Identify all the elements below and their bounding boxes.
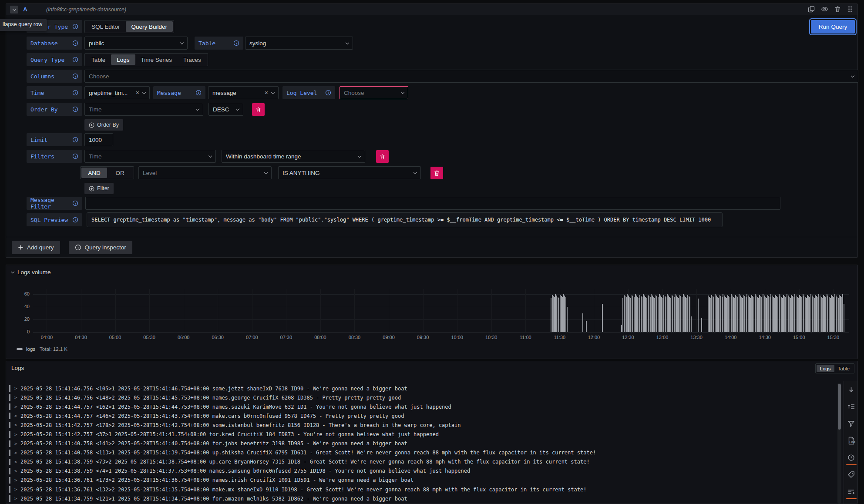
info-icon[interactable]: [72, 106, 78, 112]
log-file-icon[interactable]: LOG: [846, 436, 857, 446]
info-icon[interactable]: [72, 153, 78, 159]
volume-bar: [803, 294, 803, 332]
query-type-option-time-series[interactable]: Time Series: [135, 54, 178, 65]
logic-operator-and[interactable]: AND: [81, 168, 107, 178]
x-gridline: [115, 289, 116, 332]
query-ref-id[interactable]: A: [23, 6, 27, 13]
x-axis-tick-label: 09:00: [379, 335, 398, 340]
info-icon[interactable]: [72, 73, 78, 79]
info-icon[interactable]: [72, 24, 78, 30]
order-direction-select[interactable]: DESC: [208, 103, 243, 116]
x-gridline: [491, 289, 492, 332]
message-column-select[interactable]: message ×: [208, 86, 279, 99]
run-query-button[interactable]: Run Query: [811, 20, 855, 34]
time-column-select[interactable]: greptime_tim... ×: [84, 86, 150, 99]
log-row[interactable]: >2025-05-28 15:41:38.759 <73>2 2025-05-2…: [9, 457, 833, 467]
log-row[interactable]: >2025-05-28 15:41:44.757 <146>2 2025-05-…: [9, 411, 833, 420]
clear-icon[interactable]: ×: [136, 90, 139, 96]
database-select[interactable]: public: [84, 37, 188, 50]
remove-order-by-button[interactable]: [252, 103, 265, 116]
log-row[interactable]: >2025-05-28 15:41:42.757 <178>2 2025-05-…: [9, 420, 833, 430]
log-row[interactable]: >2025-05-28 15:41:44.757 <162>1 2025-05-…: [9, 402, 833, 411]
info-icon[interactable]: [72, 217, 78, 223]
drag-handle-icon[interactable]: [847, 6, 853, 13]
log-row[interactable]: >2025-05-28 15:41:46.756 <105>1 2025-05-…: [9, 384, 833, 393]
sql-preview-label: SQL Preview: [27, 213, 82, 226]
clock-icon[interactable]: [846, 453, 857, 463]
sub-filter-condition-select[interactable]: IS ANYTHING: [278, 166, 421, 179]
forward-logs-icon[interactable]: [846, 487, 857, 497]
editor-type-option-sql-editor[interactable]: SQL Editor: [86, 21, 126, 32]
expand-log-icon: >: [14, 386, 20, 391]
log-row[interactable]: >2025-05-28 15:41:34.759 <121>1 2025-05-…: [9, 494, 833, 503]
sub-filter-field-select[interactable]: Level: [138, 166, 272, 179]
expand-log-icon: >: [14, 413, 20, 419]
legend-item-logs[interactable]: logs Total: 12.1 K: [17, 346, 67, 352]
x-gridline: [354, 289, 355, 332]
info-icon[interactable]: [72, 40, 78, 46]
log-row[interactable]: >2025-05-28 15:41:38.759 <74>1 2025-05-2…: [9, 467, 833, 476]
logs-scrollbar-track[interactable]: [837, 383, 841, 504]
info-icon[interactable]: [72, 90, 78, 96]
query-inspector-button[interactable]: Query inspector: [69, 241, 132, 254]
columns-select[interactable]: Choose: [84, 70, 858, 83]
log-row[interactable]: >2025-05-28 15:41:46.756 <148>2 2025-05-…: [9, 393, 833, 402]
query-type-option-table[interactable]: Table: [86, 54, 111, 65]
info-icon[interactable]: [72, 137, 78, 143]
x-axis: 04:0004:3005:0005:3006:0006:3007:0007:30…: [33, 335, 849, 342]
expand-log-icon: >: [14, 459, 20, 465]
log-level-select[interactable]: Choose: [340, 86, 408, 99]
log-level-indicator: [9, 422, 10, 428]
logs-volume-header[interactable]: Logs volume: [11, 269, 51, 276]
log-row[interactable]: >2025-05-28 15:41:36.761 <173>2 2025-05-…: [9, 476, 833, 485]
limit-input[interactable]: 1000: [84, 133, 113, 146]
volume-bar: [748, 296, 749, 332]
log-row[interactable]: >2025-05-28 15:41:36.761 <132>2 2025-05-…: [9, 485, 833, 494]
clear-icon[interactable]: ×: [265, 90, 268, 96]
info-icon[interactable]: [195, 90, 202, 96]
x-axis-tick-label: 11:30: [550, 335, 569, 340]
volume-bar: [626, 297, 627, 332]
scroll-to-bottom-icon[interactable]: [846, 385, 857, 395]
info-icon[interactable]: [233, 40, 239, 46]
hide-response-eye-icon[interactable]: [821, 6, 828, 13]
logs-view-option-table[interactable]: Table: [834, 365, 854, 372]
query-type-option-traces[interactable]: Traces: [178, 54, 207, 65]
remove-filter-button[interactable]: [376, 150, 389, 163]
logic-operator-or[interactable]: OR: [107, 168, 133, 178]
order-by-field-select[interactable]: Time: [84, 103, 203, 116]
message-filter-input[interactable]: [85, 197, 780, 210]
remove-sub-filter-button[interactable]: [430, 167, 443, 179]
collapse-query-row-button[interactable]: [10, 6, 18, 13]
add-filter-button[interactable]: Filter: [84, 183, 114, 194]
log-row[interactable]: >2025-05-28 15:41:40.758 <141>2 2025-05-…: [9, 439, 833, 448]
query-row-header[interactable]: A (info8fcc-greptimedb-datasource): [6, 4, 857, 15]
editor-type-option-query-builder[interactable]: Query Builder: [126, 21, 173, 32]
filter-field-select[interactable]: Time: [84, 150, 216, 163]
filter-condition-select[interactable]: Within dashboard time range: [222, 150, 365, 163]
log-row[interactable]: >2025-05-28 15:41:42.757 <37>1 2025-05-2…: [9, 430, 833, 439]
filter-icon[interactable]: [846, 419, 857, 429]
add-query-button[interactable]: Add query: [12, 241, 60, 254]
x-axis-tick-label: 12:00: [584, 335, 603, 340]
table-select[interactable]: syslog: [245, 37, 353, 50]
tag-icon[interactable]: [846, 470, 857, 480]
log-line-text: 2025-05-28 15:41:40.758 <113>1 2025-05-2…: [20, 450, 596, 456]
message-filter-label: Message Filter: [27, 197, 82, 210]
info-icon[interactable]: [72, 57, 78, 63]
chevron-down-icon: [264, 170, 268, 174]
info-icon[interactable]: [325, 90, 331, 96]
query-type-option-logs[interactable]: Logs: [111, 54, 135, 65]
add-order-by-button[interactable]: Order By: [84, 119, 123, 131]
log-row[interactable]: >2025-05-28 15:41:40.758 <113>1 2025-05-…: [9, 448, 833, 457]
chevron-down-icon: [142, 90, 146, 94]
logs-scrollbar-thumb[interactable]: [838, 384, 841, 430]
log-level-indicator: [9, 403, 10, 410]
x-axis-tick-label: 10:30: [482, 335, 501, 340]
logs-view-option-logs[interactable]: Logs: [817, 365, 834, 372]
remove-query-trash-icon[interactable]: [834, 6, 841, 13]
log-level-indicator: [9, 385, 10, 392]
duplicate-query-icon[interactable]: [808, 6, 815, 13]
info-icon[interactable]: [72, 200, 78, 206]
scroll-to-top-icon[interactable]: [846, 402, 857, 412]
